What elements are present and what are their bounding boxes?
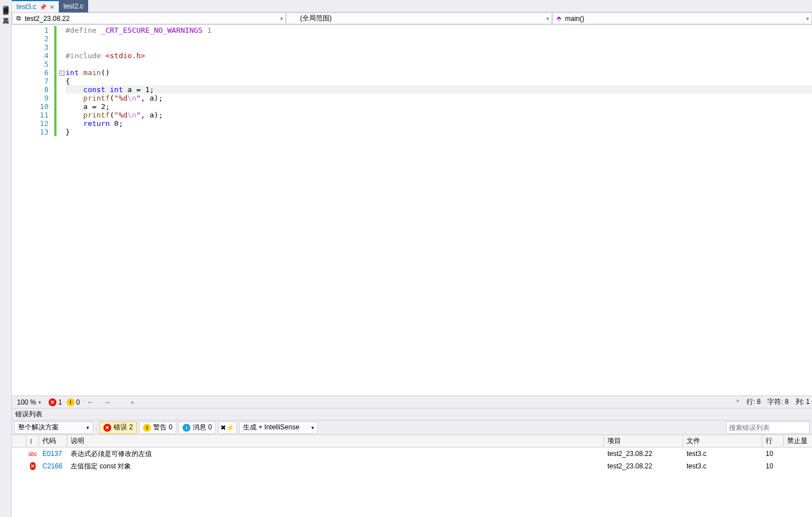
cursor-col: 列: 1 [796, 397, 810, 407]
chevron-down-icon: ▾ [806, 16, 809, 21]
chevron-down-icon: ▾ [311, 425, 314, 431]
error-code[interactable]: C2166 [39, 462, 67, 470]
warnings-filter-button[interactable]: ! 警告 0 [139, 422, 176, 434]
error-source-dropdown[interactable]: 生成 + IntelliSense ▾ [239, 422, 318, 434]
file-tabs: test3.c 📌 ✕ test2.c [12, 0, 812, 12]
error-icon: ✕ [103, 424, 111, 432]
messages-filter-button[interactable]: i 消息 0 [179, 422, 216, 434]
file-tab-label: test2.c [63, 2, 83, 10]
error-list-panel: 错误列表 整个解决方案 ▾ | ✕ 错误 2 ! 警告 0 i 消息 [12, 408, 812, 517]
error-line: 10 [762, 450, 784, 458]
intellisense-error-icon: abc [28, 451, 37, 457]
nav-member-dropdown[interactable]: ⬘ main() ▾ [552, 12, 812, 24]
fold-column[interactable]: − [58, 25, 66, 396]
nav-project-dropdown[interactable]: ⧉ test2_23.08.22 ▾ [12, 12, 286, 24]
sidebar-tab-toolbox[interactable]: 工具箱 [1, 11, 11, 16]
line-number-gutter: 12345678910111213 [12, 25, 54, 396]
error-desc: 左值指定 const 对象 [67, 462, 604, 471]
zoom-dropdown[interactable]: 100 % ▾ [14, 397, 44, 408]
errors-filter-button[interactable]: ✕ 错误 2 [99, 422, 137, 434]
error-code[interactable]: E0137 [39, 450, 67, 458]
file-tab-test3[interactable]: test3.c 📌 ✕ [12, 0, 59, 12]
code-text[interactable]: #define _CRT_ESCURE_NO_WARNINGS 1#includ… [66, 25, 812, 396]
file-tab-label: test3.c [16, 3, 36, 11]
scroll-right-icon[interactable]: ▸ [737, 397, 740, 407]
proj-header[interactable]: 项目 [604, 435, 683, 447]
cursor-line: 行: 8 [746, 397, 761, 407]
error-scope-dropdown[interactable]: 整个解决方案 ▾ [14, 422, 93, 434]
nav-back-button[interactable]: ← [84, 398, 96, 406]
sidebar-tab-server-explorer[interactable]: 服务器资源管理器 [1, 2, 11, 7]
change-marker [54, 26, 57, 136]
error-list-title: 错误列表 [12, 409, 812, 420]
nav-forward-button[interactable]: → [101, 398, 112, 406]
error-grid-body: abcE0137表达式必须是可修改的左值test2_23.08.22test3.… [12, 448, 812, 517]
error-proj: test2_23.08.22 [604, 450, 683, 458]
error-count[interactable]: ✕ 1 [49, 398, 62, 406]
line-header[interactable]: 行 [762, 435, 784, 447]
info-icon: i [183, 424, 190, 432]
file-tab-test2[interactable]: test2.c [59, 0, 88, 12]
chevron-down-icon: ▾ [86, 425, 89, 431]
clear-filter-icon: ✖⚡ [220, 424, 235, 432]
error-row[interactable]: abcE0137表达式必须是可修改的左值test2_23.08.22test3.… [12, 448, 812, 460]
warning-count[interactable]: ! 0 [67, 398, 80, 406]
chevron-down-icon: ▾ [38, 399, 41, 405]
method-icon: ⬘ [555, 15, 563, 23]
error-icon: ✕ [49, 398, 57, 406]
scroll-left-icon[interactable]: ◂ [131, 399, 133, 405]
error-file: test3.c [683, 450, 762, 458]
error-file: test3.c [683, 462, 762, 470]
warning-icon: ! [143, 424, 151, 432]
file-header[interactable]: 文件 [683, 435, 762, 447]
chevron-down-icon: ▾ [280, 16, 283, 21]
error-proj: test2_23.08.22 [604, 462, 683, 470]
nav-project-label: test2_23.08.22 [25, 15, 70, 23]
error-search-input[interactable] [726, 422, 810, 434]
code-header[interactable]: 代码 [39, 435, 67, 447]
severity-header[interactable]: ⁞ [27, 435, 39, 447]
left-sidebar: 服务器资源管理器 工具箱 [0, 0, 12, 517]
desc-header[interactable]: 说明 [67, 435, 604, 447]
nav-scope-dropdown[interactable]: (全局范围) ▾ [286, 12, 552, 24]
error-line: 10 [762, 462, 784, 470]
error-desc: 表达式必须是可修改的左值 [67, 449, 604, 459]
code-editor[interactable]: 12345678910111213 − #define _CRT_ESCURE_… [12, 25, 812, 396]
error-icon: ✕ [30, 462, 36, 470]
pin-icon[interactable]: 📌 [40, 4, 46, 10]
suppress-header[interactable]: 禁止显 [784, 435, 812, 447]
close-icon[interactable]: ✕ [50, 4, 54, 10]
error-list-toolbar: 整个解决方案 ▾ | ✕ 错误 2 ! 警告 0 i 消息 0 ✖⚡ [12, 420, 812, 435]
editor-status-bar: 100 % ▾ ✕ 1 ! 0 ← → ◂ ▸ 行: 8 字符: 8 列: 1 [12, 396, 812, 408]
zoom-value: 100 % [17, 398, 36, 406]
chevron-down-icon: ▾ [546, 16, 549, 21]
nav-scope-label: (全局范围) [289, 14, 332, 23]
warning-icon: ! [67, 398, 75, 406]
cpp-project-icon: ⧉ [15, 15, 23, 23]
nav-member-label: main() [565, 15, 584, 23]
clear-filter-button[interactable]: ✖⚡ [218, 422, 237, 434]
nav-bar: ⧉ test2_23.08.22 ▾ (全局范围) ▾ ⬘ main() ▾ [12, 12, 812, 25]
error-grid-header: ⁞ 代码 说明 项目 文件 行 禁止显 [12, 435, 812, 448]
error-row[interactable]: ✕C2166左值指定 const 对象test2_23.08.22test3.c… [12, 460, 812, 472]
cursor-char: 字符: 8 [767, 397, 788, 407]
